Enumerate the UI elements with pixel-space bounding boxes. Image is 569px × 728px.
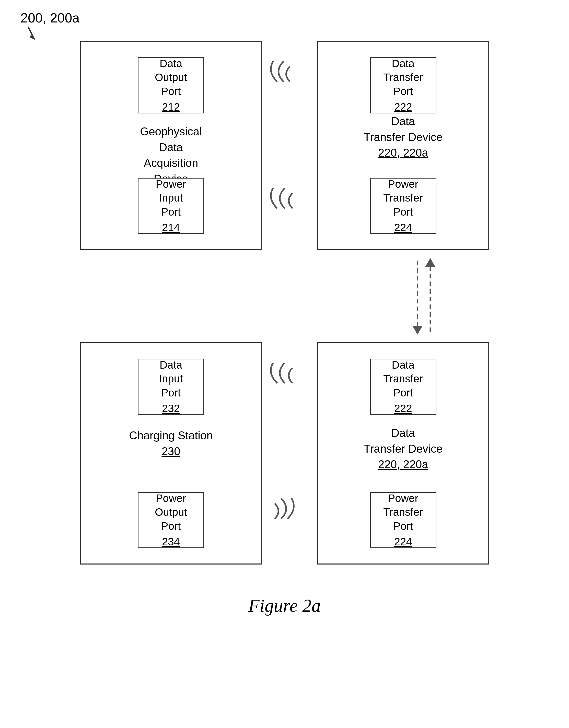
bottom-dt-data-port-label: Data Transfer Port 222	[383, 358, 423, 415]
bottom-dt-power-port: Power Transfer Port 224	[370, 492, 436, 548]
top-dt-power-port: Power Transfer Port 224	[370, 178, 436, 234]
charging-device-label: Charging Station 230	[125, 428, 217, 459]
bottom-data-transfer-box: Data Transfer Port 222 Data Transfer Dev…	[317, 342, 489, 565]
top-dt-data-port-label: Data Transfer Port 222	[383, 57, 423, 114]
top-power-wireless-signal-left	[264, 188, 300, 230]
geo-power-port-label: Power Input Port 214	[156, 177, 186, 234]
charging-power-port-label: Power Output Port 234	[155, 491, 187, 549]
top-data-transfer-box: Data Transfer Port 222 Data Transfer Dev…	[317, 41, 489, 250]
top-section: Data Output Port 212 Geophysical Data Ac…	[80, 41, 489, 250]
bottom-dt-data-port: Data Transfer Port 222	[370, 359, 436, 415]
geo-data-port-label: Data Output Port 212	[155, 57, 187, 114]
charging-power-port: Power Output Port 234	[138, 492, 204, 548]
svg-marker-3	[412, 326, 423, 335]
charging-data-port-label: Data Input Port 232	[159, 358, 183, 415]
top-dt-power-port-label: Power Transfer Port 224	[383, 177, 423, 234]
figure-caption: Figure 2a	[20, 595, 549, 616]
top-dt-device-label: Data Transfer Device 220, 220a	[360, 113, 447, 161]
figure-ref-label: 200, 200a	[20, 10, 79, 44]
middle-arrows-svg	[387, 250, 489, 342]
bottom-data-wireless-signal-left	[264, 363, 300, 405]
svg-marker-5	[425, 258, 435, 267]
diagram-area: Data Output Port 212 Geophysical Data Ac…	[20, 41, 549, 565]
geophysical-device-box: Data Output Port 212 Geophysical Data Ac…	[80, 41, 262, 250]
geo-data-output-port: Data Output Port 212	[138, 57, 204, 113]
charging-data-port: Data Input Port 232	[138, 359, 204, 415]
bottom-dt-power-port-label: Power Transfer Port 224	[383, 491, 423, 549]
middle-arrows-section	[80, 250, 489, 342]
bottom-section: Data Input Port 232 Charging Station 230	[80, 342, 489, 565]
top-data-wireless-signal-right	[267, 61, 298, 107]
bottom-dt-device-label: Data Transfer Device 220, 220a	[360, 425, 447, 472]
geo-power-input-port: Power Input Port 214	[138, 178, 204, 234]
top-section-wrapper: Data Output Port 212 Geophysical Data Ac…	[80, 41, 489, 565]
bottom-power-wireless-signal-right	[267, 498, 300, 544]
page: 200, 200a Data Output Port 212	[0, 0, 569, 728]
charging-station-box: Data Input Port 232 Charging Station 230	[80, 342, 262, 565]
top-dt-data-port: Data Transfer Port 222	[370, 57, 436, 113]
